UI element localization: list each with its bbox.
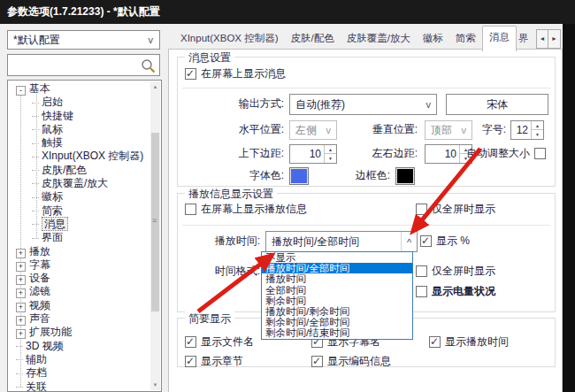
- margin-h-stepper[interactable]: 10 ▲▼: [425, 144, 472, 164]
- checkbox-icon: [185, 356, 196, 367]
- margin-v-label: 上下边距:: [178, 146, 284, 161]
- group-title: 简要显示: [185, 311, 234, 327]
- tree-item-video[interactable]: +视频: [8, 299, 150, 312]
- tree-item-archive[interactable]: 存档: [8, 366, 150, 380]
- tree-item-extensions[interactable]: +扩展功能: [8, 326, 150, 339]
- tree-item-3d-video[interactable]: 3D 视频: [8, 340, 150, 353]
- collapse-icon[interactable]: -: [16, 86, 26, 96]
- group-message-settings: 消息设置 在屏幕上显示消息 输出方式: 自动(推荐) v 宋体 水平位置: 左侧…: [177, 57, 556, 187]
- dropdown-option[interactable]: 剩余时间/结束时间: [262, 327, 412, 338]
- expand-icon[interactable]: +: [16, 288, 26, 298]
- scroll-up-icon[interactable]: ▲: [150, 81, 160, 92]
- dropdown-option-selected[interactable]: 播放时间/全部时间: [262, 263, 412, 273]
- tree-item-filters[interactable]: +滤镜: [8, 285, 150, 298]
- profile-select[interactable]: *默认配置 v: [7, 30, 160, 50]
- expand-icon[interactable]: +: [16, 316, 26, 326]
- checkbox-auto-resize[interactable]: 自动调整大小: [466, 146, 546, 161]
- tree-item-skin-color[interactable]: 皮肤/配色: [8, 164, 150, 177]
- play-time-select[interactable]: 播放时间/全部时间 ^: [265, 231, 418, 252]
- tab-logo[interactable]: 徽标: [417, 27, 449, 50]
- tree-item-subtitles[interactable]: +字幕: [8, 258, 150, 272]
- tree-item-playback[interactable]: +播放: [8, 245, 150, 258]
- font-size-stepper[interactable]: 12 ▲▼: [510, 120, 544, 140]
- titlebar[interactable]: 参数选项(1.7.21233) - *默认配置: [0, 0, 575, 24]
- expand-icon[interactable]: +: [16, 262, 26, 272]
- tab-interface-clipped[interactable]: 界面: [517, 27, 528, 50]
- tree-item-startup[interactable]: 启始: [8, 96, 150, 109]
- tree-item-hotkeys[interactable]: 快捷键: [8, 110, 150, 123]
- checkbox-fullscreen-only-top[interactable]: 仅全屏时显示: [416, 202, 495, 217]
- tab-scroll-right-button[interactable]: ►: [548, 29, 561, 49]
- checkbox-show-filename[interactable]: 显示文件名: [185, 334, 254, 350]
- settings-tree: -基本 启始 快捷键 鼠标 触摸 XInput(XBOX 控制器) 皮肤/配色 …: [7, 80, 162, 392]
- dropdown-option[interactable]: 不显示: [262, 252, 412, 263]
- play-time-label: 播放时间:: [178, 234, 260, 249]
- checkbox-show-codec-info[interactable]: 显示编码信息: [311, 354, 391, 369]
- checkbox-show-message-on-screen[interactable]: 在屏幕上显示消息: [185, 66, 286, 81]
- dropdown-option[interactable]: 播放时间/剩余时间: [262, 306, 412, 317]
- tree-item-xinput[interactable]: XInput(XBOX 控制器): [8, 150, 150, 163]
- checkbox-icon: [416, 286, 427, 297]
- chevron-down-icon: v: [149, 31, 154, 49]
- checkbox-icon: [429, 336, 441, 348]
- tree-item-audio[interactable]: +声音: [8, 312, 150, 326]
- expand-icon[interactable]: +: [16, 275, 26, 285]
- checkbox-show-play-time[interactable]: 显示播放时间: [429, 334, 509, 350]
- tree-item-devices[interactable]: +设备: [8, 272, 150, 285]
- group-title: 消息设置: [185, 50, 234, 65]
- scroll-down-icon[interactable]: ▼: [150, 380, 160, 390]
- tab-bar: XInput(XBOX 控制器) 皮肤/配色 皮肤覆盖/放大 徽标 简索 消息 …: [174, 28, 528, 50]
- tree-item-messages[interactable]: 消息: [8, 218, 150, 231]
- tab-index[interactable]: 简索: [449, 27, 482, 50]
- tab-skin-overlay[interactable]: 皮肤覆盖/放大: [341, 27, 417, 50]
- spin-down-icon[interactable]: ▼: [532, 130, 543, 139]
- tree-item-index[interactable]: 简索: [8, 204, 150, 218]
- tab-messages[interactable]: 消息: [482, 26, 517, 51]
- output-mode-label: 输出方式:: [178, 96, 284, 111]
- expand-icon[interactable]: +: [16, 249, 26, 258]
- separator: [182, 225, 550, 226]
- checkbox-icon: [311, 356, 323, 367]
- tree-item-misc[interactable]: 辅助: [8, 353, 150, 366]
- search-input[interactable]: [7, 54, 160, 76]
- expand-icon[interactable]: +: [16, 303, 26, 312]
- chevron-up-icon[interactable]: ^: [401, 232, 417, 251]
- tree-item-general[interactable]: -基本: [8, 82, 150, 96]
- checkbox-show-playback-info[interactable]: 在屏幕上显示播放信息: [185, 202, 307, 217]
- chevron-down-icon: v: [426, 95, 432, 114]
- checkbox-fullscreen-only-bottom[interactable]: 仅全屏时显示: [416, 264, 495, 279]
- tree-item-associations[interactable]: 关联: [8, 380, 150, 392]
- checkbox-icon: [416, 265, 427, 277]
- font-button[interactable]: 宋体: [446, 94, 548, 115]
- expand-icon[interactable]: +: [16, 329, 26, 339]
- checkbox-show-percent[interactable]: 显示 %: [420, 234, 470, 249]
- checkbox-battery-status[interactable]: 显示电量状况: [416, 284, 495, 299]
- tree-scrollbar[interactable]: ▲ ▼: [150, 81, 160, 390]
- tab-skin-color[interactable]: 皮肤/配色: [285, 27, 341, 50]
- checkbox-icon: [185, 336, 196, 348]
- tree-item-mouse[interactable]: 鼠标: [8, 123, 150, 136]
- dropdown-option[interactable]: 全部时间: [262, 285, 412, 296]
- tab-scroll-left-button[interactable]: ◄: [536, 29, 548, 49]
- margin-h-label: 左右边距:: [310, 146, 418, 161]
- tree-item-interface[interactable]: 界面: [8, 231, 150, 244]
- tab-xinput[interactable]: XInput(XBOX 控制器): [174, 27, 285, 50]
- dropdown-option[interactable]: 剩余时间: [262, 296, 412, 306]
- window-edge: [563, 24, 575, 392]
- spin-up-icon[interactable]: ▲: [532, 121, 543, 130]
- tree-item-logo[interactable]: 徽标: [8, 190, 150, 204]
- font-color-swatch[interactable]: [289, 167, 309, 185]
- checkbox-icon: [534, 148, 546, 159]
- play-time-dropdown-list: 不显示 播放时间/全部时间 播放时间 全部时间 剩余时间 播放时间/剩余时间 剩…: [261, 251, 413, 340]
- tree-item-touch[interactable]: 触摸: [8, 136, 150, 150]
- border-color-swatch[interactable]: [395, 167, 415, 185]
- tree-item-skin-overlay[interactable]: 皮肤覆盖/放大: [8, 177, 150, 190]
- font-color-label: 字体色:: [178, 168, 284, 183]
- checkbox-icon: [420, 235, 432, 247]
- dropdown-option[interactable]: 剩余时间/全部时间: [262, 317, 412, 327]
- checkbox-show-chapters[interactable]: 显示章节: [185, 354, 243, 369]
- tab-scroll-buttons: ◄ ►: [536, 29, 561, 49]
- output-mode-select[interactable]: 自动(推荐) v: [289, 94, 437, 115]
- dropdown-option[interactable]: 播放时间: [262, 273, 412, 284]
- scrollbar-thumb[interactable]: [151, 133, 159, 311]
